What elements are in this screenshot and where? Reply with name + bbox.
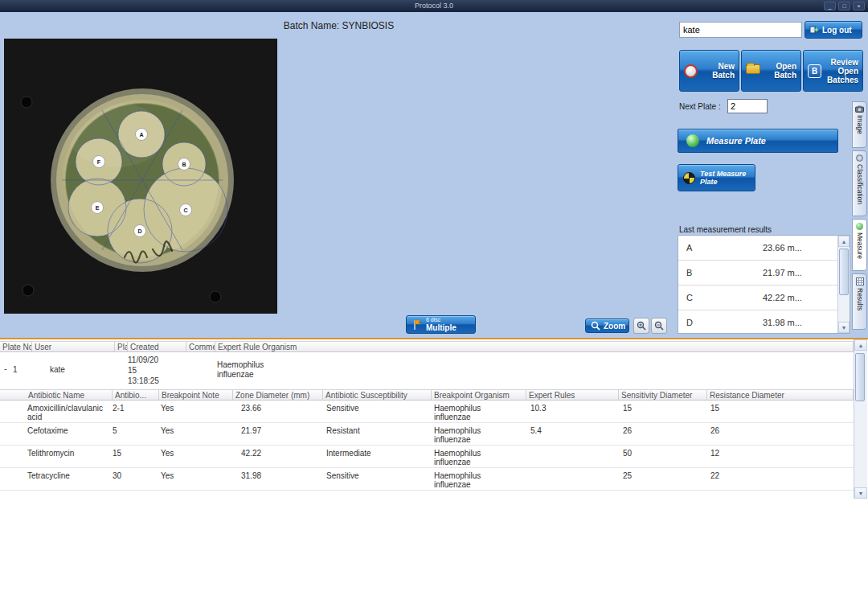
next-plate-label: Next Plate : [679, 102, 721, 111]
measurement-row[interactable]: D 31.98 m... [678, 310, 838, 334]
tab-classification-label: Classification [856, 164, 864, 204]
new-batch-label: New Batch [712, 62, 735, 80]
measure-plate-button[interactable]: Measure Plate [678, 129, 838, 153]
grid-scroll-up-arrow[interactable]: ▲ [854, 339, 867, 351]
measurement-letter: A [686, 243, 692, 253]
cell-sensitivity-diameter: 25 [623, 471, 632, 480]
cell-antibiotic-name: Telithromycin [27, 449, 111, 458]
zoom-in-icon [637, 321, 646, 331]
measure-plate-label: Measure Plate [706, 136, 766, 146]
cell-resistance-diameter: 15 [710, 404, 719, 413]
cell-susceptibility: Intermediate [326, 449, 371, 458]
expand-collapse-icon[interactable]: - [4, 364, 7, 373]
cell-antibiotic-name: Amoxicillin/clavulanic acid [27, 404, 111, 421]
cell-user: kate [50, 365, 65, 374]
open-batch-folder-icon [746, 64, 760, 74]
antibiotic-row[interactable]: Telithromycin 15 Yes 42.22 Intermediate … [0, 446, 854, 468]
multiple-mode-button[interactable]: 6 disc Multiple [406, 315, 476, 334]
cell-breakpoint-note: Yes [161, 426, 174, 435]
batch-name-label: Batch Name: SYNBIOSIS [0, 20, 678, 31]
cell-zone-diameter: 42.22 [241, 449, 261, 458]
logout-button[interactable]: Log out [805, 21, 862, 39]
petri-dish-image: A B C D E F [4, 39, 277, 314]
cell-breakpoint-organism: Haemophilus influenzae [434, 404, 526, 421]
minimize-button[interactable]: _ [824, 2, 836, 10]
grid-scrollbar[interactable]: ▲ ▼ [854, 339, 867, 499]
measurement-letter: C [686, 293, 693, 302]
measurement-letter: D [686, 318, 693, 327]
cell-antibiotic-name: Cefotaxime [27, 426, 111, 435]
grid-scroll-down-arrow[interactable]: ▼ [854, 487, 867, 499]
zoom-out-button[interactable] [651, 318, 667, 334]
window-title: Protocol 3.0 [415, 2, 453, 10]
tab-results-label: Results [856, 288, 864, 310]
measurement-row[interactable]: C 42.22 m... [678, 286, 838, 310]
multiple-mode-label: Multiple [426, 323, 457, 332]
measurement-value: 42.22 m... [763, 293, 802, 302]
new-batch-button[interactable]: New Batch [679, 50, 739, 92]
antibiotic-row[interactable]: Cefotaxime 5 Yes 21.97 Resistant Haemoph… [0, 423, 854, 446]
header-antibiotic-code: Antibio... [113, 390, 159, 400]
close-button[interactable]: × [853, 2, 865, 10]
header-breakpoint-note: Breakpoint Note [159, 390, 233, 400]
header-antibiotic-name: Antibiotic Name [26, 390, 113, 400]
cell-breakpoint-organism: Haemophilus influenzae [434, 471, 526, 489]
cell-breakpoint-note: Yes [161, 404, 174, 413]
cell-breakpoint-organism: Haemophilus influenzae [434, 449, 526, 466]
measurement-row[interactable]: B 21.97 m... [678, 261, 838, 286]
cell-resistance-diameter: 12 [710, 449, 719, 458]
tab-classification[interactable]: Classification [852, 150, 867, 216]
antibiotic-grid-header: Antibiotic Name Antibio... Breakpoint No… [0, 389, 854, 401]
last-results-title: Last measurement results [679, 225, 772, 234]
test-measure-plate-button[interactable]: Test Measure Plate [678, 164, 755, 191]
disk-label-d: D [137, 228, 141, 234]
zoom-button[interactable]: Zoom [585, 318, 629, 333]
header-expert-rule-organism: Expert Rule Organism [215, 342, 854, 351]
cell-susceptibility: Sensitive [326, 404, 359, 413]
tab-image[interactable]: Image [852, 101, 867, 148]
cell-expert-rule-organism: Haemophilus influenzae [217, 360, 264, 380]
zoom-in-button[interactable] [633, 318, 649, 334]
cell-sensitivity-diameter: 26 [623, 426, 632, 435]
cell-antibiotic-name: Tetracycline [27, 471, 111, 480]
scroll-down-arrow[interactable]: ▼ [838, 322, 850, 333]
plate-row[interactable]: - 1 kate 11/09/20 15 13:18:25 Haemophilu… [0, 352, 854, 389]
results-scrollbar[interactable]: ▲ ▼ [837, 236, 850, 333]
header-created: Created [128, 342, 186, 351]
cell-zone-diameter: 23.66 [241, 404, 261, 413]
measurement-letter: B [686, 268, 692, 277]
antibiotic-row[interactable]: Tetracycline 30 Yes 31.98 Sensitive Haem… [0, 468, 854, 491]
maximize-button[interactable]: □ [838, 2, 850, 10]
grid-scroll-thumb[interactable] [855, 353, 865, 401]
logout-label: Log out [822, 26, 852, 35]
disk-label-f: F [97, 159, 101, 165]
measurement-row[interactable]: A 23.66 m... [678, 236, 838, 261]
next-plate-input[interactable] [727, 99, 768, 113]
antibiotic-row[interactable]: Amoxicillin/clavulanic acid 2-1 Yes 23.6… [0, 401, 854, 423]
header-resistance-diameter: Resistance Diameter [707, 390, 854, 400]
cell-breakpoint-note: Yes [161, 449, 174, 458]
tab-results[interactable]: Results [852, 273, 867, 330]
cell-plate-no: 1 [13, 365, 18, 374]
scroll-up-arrow[interactable]: ▲ [838, 236, 850, 247]
measurement-results-list: A 23.66 m... B 21.97 m... C 42.22 m... D… [678, 235, 850, 334]
cell-antibiotic-code: 5 [113, 426, 117, 435]
new-batch-icon [684, 64, 698, 78]
cell-susceptibility: Resistant [326, 426, 360, 435]
test-measure-label: Test Measure Plate [700, 170, 746, 186]
cell-resistance-diameter: 22 [710, 471, 719, 480]
title-bar: Protocol 3.0 _ □ × [0, 0, 868, 12]
header-user: User [32, 342, 115, 351]
camera-icon [855, 105, 864, 113]
open-batch-button[interactable]: Open Batch [741, 50, 801, 92]
username-input[interactable] [679, 22, 802, 38]
plate-image-panel[interactable]: A B C D E F [4, 39, 277, 314]
review-open-batches-button[interactable]: B Review Open Batches [803, 50, 863, 92]
antibiotic-rows: Amoxicillin/clavulanic acid 2-1 Yes 23.6… [0, 401, 854, 491]
disk-label-c: C [183, 207, 187, 213]
cell-sensitivity-diameter: 50 [623, 449, 632, 458]
header-antibiotic-susceptibility: Antibiotic Susceptibility [323, 390, 432, 400]
results-scroll-thumb[interactable] [839, 249, 849, 295]
measurement-value: 21.97 m... [763, 268, 802, 277]
tab-measure[interactable]: Measure [852, 219, 867, 271]
